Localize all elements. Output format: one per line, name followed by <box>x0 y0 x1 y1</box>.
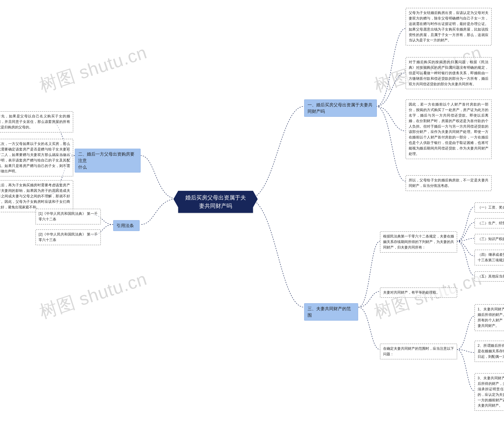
b3-item-4[interactable]: （四）继承或者受赠的财产，但是本法第一千零六十三条第三项规定的除外； <box>474 250 504 265</box>
branch-1-l1: 一、婚后买房父母出资属于夫妻共 <box>307 102 372 107</box>
b3-sub3[interactable]: 在确定夫妻共同财产的范围时，应当注意以下问题： <box>380 344 457 359</box>
b3-note-3[interactable]: 3、夫妻共同财产与个人财产的关系。对于某些婚后所得的财产，夫妻一方主张应为其个人… <box>474 373 504 411</box>
root-line1: 婚后买房父母出资属于夫 <box>185 195 246 201</box>
b3-sub1[interactable]: 根据民法典第一千零六十二条规定，夫妻在婚姻关系存续期间所得的下列财产，为夫妻的共… <box>380 231 457 253</box>
watermark: 树图 shutu.cn <box>36 267 150 324</box>
b3-sub2[interactable]: 夫妻对共同财产，有平等的处理权。 <box>380 288 457 298</box>
ref-1[interactable]: [1]《中华人民共和国民法典》 第一千零六十二条 <box>36 209 101 224</box>
root-line2: 妻共同财产吗 <box>199 203 232 209</box>
b2-leaf-2[interactable]: 其次，一方父母如果以子女的名义买房，那么就需要确定该套房产是否是赠与给子女夫妻双… <box>0 139 73 176</box>
b1-leaf-2[interactable]: 对于婚后购买的按揭房的归属问题，根据《民法典》对按揭购买的房产归属问题没有明确的… <box>406 57 492 89</box>
branch-1[interactable]: 一、婚后买房父母出资属于夫妻共 同财产吗 <box>304 99 377 117</box>
b2-leaf-1[interactable]: 首先，如果是父母以自己名义购买子女的婚房，并且同意子女居住，那么该套房屋的所有权… <box>0 111 73 133</box>
b3-item-2[interactable]: （二）生产、经营、投资的收益； <box>474 218 504 229</box>
mindmap-stage: 树图 shutu.cn 树图 shutu.cn 树图 shutu.cn 树图 s… <box>0 0 504 422</box>
branch-1-l2: 同财产吗 <box>307 109 325 114</box>
ref-2[interactable]: [2]《中华人民共和国民法典》 第一千零六十三条 <box>36 229 101 245</box>
branch-3[interactable]: 三、夫妻共同财产的范围 <box>304 303 358 321</box>
watermark: 树图 shutu.cn <box>36 40 150 98</box>
b3-item-5[interactable]: （五）其他应当归共同所有的财产。 <box>474 271 504 282</box>
b3-item-3[interactable]: （三）知识产权的收益； <box>474 234 504 244</box>
root-node[interactable]: 婚后买房父母出资属于夫 妻共同财产吗 <box>178 191 253 213</box>
branch-2[interactable]: 二、婚后一方父母出资购房要注意 什么 <box>75 149 141 173</box>
branch-2-l1: 二、婚后一方父母出资购房要注意 <box>78 152 134 163</box>
branch-2-l2: 什么 <box>78 165 87 169</box>
b3-note-1[interactable]: 1、夫妻共同财产的范围只限于夫妻一方或双方在婚后所得的财产。夫妻一方的婚前财产为… <box>474 304 504 331</box>
b3-item-1[interactable]: （一）工资、奖金、劳务报酬； <box>474 202 504 213</box>
b3-note-2[interactable]: 2、所谓婚后所得的财产，是指财产权的取得时间是在婚姻关系存续期间。即从婚姻关系发… <box>474 341 504 362</box>
b1-leaf-4[interactable]: 所以，父母给子女的婚后购房款，不一定是夫妻共同财产，应当分情况考虑。 <box>406 175 492 191</box>
b1-leaf-1[interactable]: 父母为子女结婚后购房出资，应该认定为父母对夫妻双方的赠与，除非父母明确赠与自己子… <box>406 8 492 45</box>
branch-refs[interactable]: 引用法条 <box>113 220 140 231</box>
b1-leaf-3[interactable]: 因此，若一方在婚前以个人财产首付房款的一部分，按揭的方式购买了一处房产，房产证为… <box>406 99 492 159</box>
b2-leaf-3[interactable]: 最后，再为子女购买婚房时需要考虑该套房产对夫妻间的影响，如果因为房子的原因造成夫… <box>0 180 73 212</box>
